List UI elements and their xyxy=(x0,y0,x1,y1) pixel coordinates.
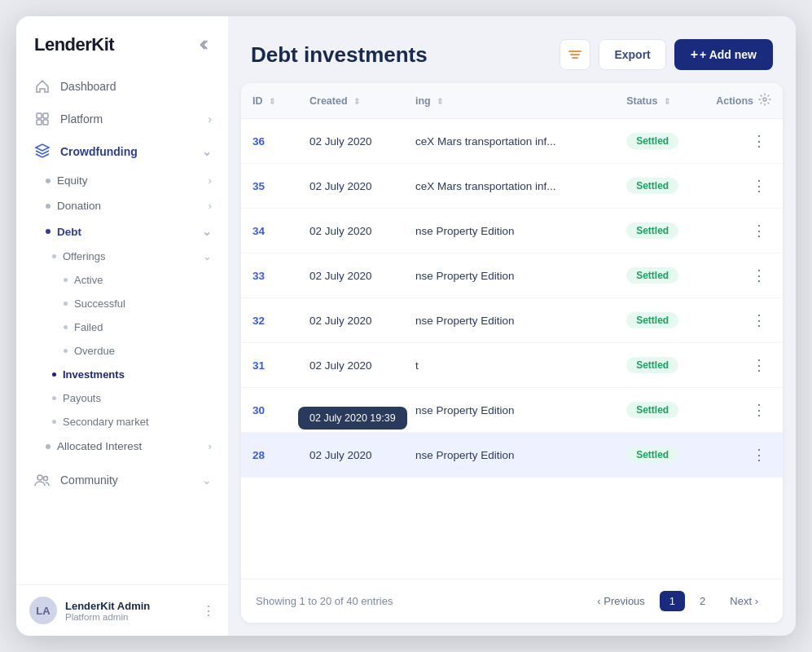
row-actions-button[interactable]: ⋮ xyxy=(747,310,771,331)
table-row: 3302 July 2020nse Property EditionSettle… xyxy=(241,253,783,298)
cell-id[interactable]: 34 xyxy=(241,209,298,253)
cell-id[interactable]: 36 xyxy=(241,119,298,164)
cell-actions: ⋮ xyxy=(704,388,783,433)
cell-status: Settled xyxy=(615,343,704,388)
row-actions-button[interactable]: ⋮ xyxy=(747,220,771,241)
th-id[interactable]: ID ⇕ xyxy=(241,83,298,119)
cell-status: Settled xyxy=(615,433,704,478)
filter-button[interactable] xyxy=(560,39,590,70)
cell-created: 02 July 2020 xyxy=(298,164,404,209)
next-page-button[interactable]: Next › xyxy=(720,591,768,611)
sidebar-item-equity-label: Equity xyxy=(57,174,88,187)
sidebar-item-community[interactable]: Community ⌄ xyxy=(16,464,228,496)
sidebar: LenderKit Dashboard Platfo xyxy=(16,16,228,636)
row-actions-button[interactable]: ⋮ xyxy=(747,175,771,196)
chevron-down-icon: ⌄ xyxy=(202,145,212,158)
chevron-down-icon: ⌄ xyxy=(202,474,212,487)
pagination: ‹ Previous 1 2 Next › xyxy=(587,591,768,611)
previous-page-button[interactable]: ‹ Previous xyxy=(587,591,655,611)
table-header: ID ⇕ Created ⇕ ing ⇕ xyxy=(241,83,783,119)
cell-status: Settled xyxy=(615,209,704,253)
app-container: LenderKit Dashboard Platfo xyxy=(16,16,796,636)
sidebar-item-failed[interactable]: Failed xyxy=(16,315,228,339)
cell-name: ceX Mars transportation inf... xyxy=(404,119,615,164)
sort-icon: ⇕ xyxy=(437,97,443,106)
chevron-right-icon: › xyxy=(208,112,212,126)
page-1-button[interactable]: 1 xyxy=(660,591,685,611)
th-id-label: ID xyxy=(252,95,263,107)
dot-icon xyxy=(64,349,68,353)
table-container: ID ⇕ Created ⇕ ing ⇕ xyxy=(241,83,783,623)
svg-rect-3 xyxy=(43,120,48,125)
cell-id[interactable]: 32 xyxy=(241,298,298,343)
cell-id[interactable]: 28 xyxy=(241,433,298,478)
th-created[interactable]: Created ⇕ xyxy=(298,83,404,119)
chevron-down-icon: ⌄ xyxy=(203,250,212,262)
sidebar-item-successful-label: Successful xyxy=(74,297,125,310)
cell-id[interactable]: 30 xyxy=(241,388,298,433)
th-name[interactable]: ing ⇕ xyxy=(404,83,615,119)
cell-created: 02 July 2020 xyxy=(298,119,404,164)
add-new-button[interactable]: + + Add new xyxy=(674,39,773,70)
cell-id[interactable]: 33 xyxy=(241,253,298,298)
dot-icon xyxy=(46,204,50,209)
gear-icon[interactable] xyxy=(758,93,771,108)
page-2-button[interactable]: 2 xyxy=(690,591,715,611)
user-menu-button[interactable]: ⋮ xyxy=(202,603,215,619)
status-badge: Settled xyxy=(626,402,678,418)
sidebar-toggle[interactable] xyxy=(197,37,212,52)
th-status[interactable]: Status ⇕ xyxy=(615,83,704,119)
dot-icon xyxy=(64,278,68,282)
row-actions-button[interactable]: ⋮ xyxy=(747,399,771,421)
sidebar-item-crowdfunding[interactable]: Crowdfunding ⌄ xyxy=(16,135,228,168)
user-name: LenderKit Admin xyxy=(65,600,194,612)
sidebar-item-offerings-label: Offerings xyxy=(63,250,106,262)
sidebar-item-allocated-interest[interactable]: Allocated Interest › xyxy=(16,434,228,459)
page-title: Debt investments xyxy=(251,42,428,68)
table-row: 3602 July 2020ceX Mars transportation in… xyxy=(241,119,783,164)
sidebar-item-offerings[interactable]: Offerings ⌄ xyxy=(16,244,228,268)
sidebar-item-overdue[interactable]: Overdue xyxy=(16,339,228,363)
row-actions-button[interactable]: ⋮ xyxy=(747,265,771,286)
logo: LenderKit xyxy=(34,34,114,55)
cell-status: Settled xyxy=(615,119,704,164)
sidebar-item-debt[interactable]: Debt ⌄ xyxy=(16,218,228,244)
investments-table: ID ⇕ Created ⇕ ing ⇕ xyxy=(241,83,783,478)
cell-id[interactable]: 31 xyxy=(241,343,298,388)
table-row: 3002 July 2020nse Property EditionSettle… xyxy=(241,388,783,433)
table-footer: Showing 1 to 20 of 40 entries ‹ Previous… xyxy=(241,579,783,623)
home-icon xyxy=(34,78,50,95)
next-label: Next xyxy=(730,595,752,607)
dot-icon xyxy=(52,396,56,400)
sidebar-item-donation[interactable]: Donation › xyxy=(16,193,228,218)
row-actions-button[interactable]: ⋮ xyxy=(747,130,771,152)
sidebar-item-payouts[interactable]: Payouts xyxy=(16,386,228,410)
cell-created: 02 July 2020 19:3902 July 2020 xyxy=(298,433,404,478)
cell-name: nse Property Edition xyxy=(404,388,615,433)
cell-actions: ⋮ xyxy=(704,253,783,298)
sort-icon: ⇕ xyxy=(269,97,275,106)
cell-name: t xyxy=(404,343,615,388)
sidebar-item-platform[interactable]: Platform › xyxy=(16,103,228,135)
user-info: LenderKit Admin Platform admin xyxy=(65,600,194,622)
sidebar-item-investments[interactable]: Investments xyxy=(16,363,228,386)
avatar: LA xyxy=(29,597,57,624)
sidebar-item-dashboard[interactable]: Dashboard xyxy=(16,70,228,103)
cell-id[interactable]: 35 xyxy=(241,164,298,209)
sidebar-item-active[interactable]: Active xyxy=(16,268,228,292)
row-actions-button[interactable]: ⋮ xyxy=(747,355,771,376)
sidebar-item-platform-label: Platform xyxy=(60,112,103,126)
cell-name: nse Property Edition xyxy=(404,253,615,298)
sidebar-item-successful[interactable]: Successful xyxy=(16,292,228,315)
sidebar-item-donation-label: Donation xyxy=(57,200,101,212)
th-actions-label: Actions xyxy=(716,95,753,107)
sidebar-item-equity[interactable]: Equity › xyxy=(16,168,228,193)
dot-icon xyxy=(46,178,50,183)
plus-icon: + xyxy=(691,47,698,62)
dot-icon xyxy=(64,302,68,306)
sidebar-item-secondary-market[interactable]: Secondary market xyxy=(16,410,228,434)
row-actions-button[interactable]: ⋮ xyxy=(747,444,771,465)
export-button[interactable]: Export xyxy=(599,39,665,70)
chevron-right-icon: › xyxy=(208,174,213,187)
table-row: 3102 July 2020tSettled⋮ xyxy=(241,343,783,388)
